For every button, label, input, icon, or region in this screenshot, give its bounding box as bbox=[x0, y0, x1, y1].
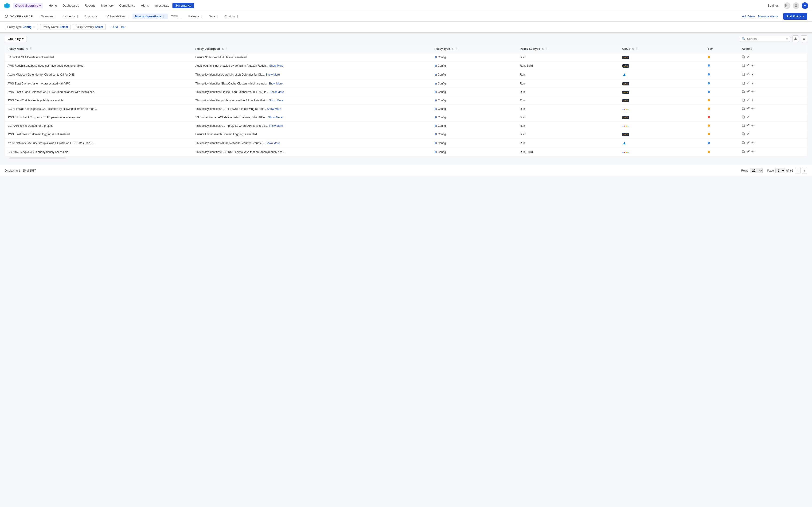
prev-page-button[interactable]: ‹ bbox=[795, 168, 801, 173]
cloud-sort[interactable]: ⇅ bbox=[632, 48, 634, 50]
col-policy-name[interactable]: Policy Name ⇅ ⠿ bbox=[5, 45, 193, 53]
show-more-link[interactable]: Show More bbox=[269, 99, 283, 102]
settings-action[interactable] bbox=[751, 81, 754, 86]
edit-action[interactable] bbox=[747, 90, 750, 94]
policy-name-sort[interactable]: ⇅ bbox=[26, 48, 28, 50]
settings-action[interactable] bbox=[751, 64, 754, 68]
horizontal-scrollbar[interactable] bbox=[9, 157, 66, 159]
policy-subtype-sort[interactable]: ⇅ bbox=[542, 48, 544, 50]
show-more-link[interactable]: Show More bbox=[268, 124, 283, 127]
show-more-link[interactable]: Show More bbox=[265, 73, 280, 76]
cloud-drag[interactable]: ⠿ bbox=[636, 47, 638, 50]
edit-action[interactable] bbox=[747, 115, 750, 119]
copy-action[interactable] bbox=[742, 132, 745, 136]
nav-dashboards[interactable]: Dashboards bbox=[60, 3, 81, 8]
subnav-misconfigurations[interactable]: Misconfigurations ⋮ bbox=[133, 14, 168, 19]
policy-name-drag[interactable]: ⠿ bbox=[30, 47, 32, 50]
edit-action[interactable] bbox=[747, 64, 750, 68]
page-number-select[interactable]: 1 bbox=[775, 168, 785, 173]
rows-per-page-select[interactable]: 25 50 100 bbox=[750, 168, 763, 173]
policy-type-close[interactable]: × bbox=[33, 25, 35, 29]
nav-compliance[interactable]: Compliance bbox=[117, 3, 138, 8]
policy-desc-sort[interactable]: ⇅ bbox=[222, 48, 224, 50]
copy-action[interactable] bbox=[742, 81, 745, 86]
edit-action[interactable] bbox=[747, 72, 750, 76]
copy-action[interactable] bbox=[742, 55, 745, 59]
copy-action[interactable] bbox=[742, 72, 745, 76]
copy-action[interactable] bbox=[742, 150, 745, 154]
edit-action[interactable] bbox=[747, 141, 750, 145]
policy-type-sort[interactable]: ⇅ bbox=[452, 48, 453, 50]
subnav-data[interactable]: Data ⋮ bbox=[206, 14, 221, 19]
app-logo[interactable] bbox=[4, 2, 10, 9]
edit-action[interactable] bbox=[747, 124, 750, 128]
policy-name-value[interactable]: Select bbox=[60, 25, 68, 29]
add-view-link[interactable]: Add View bbox=[742, 14, 755, 18]
table-scroll-area[interactable]: Policy Name ⇅ ⠿ Policy Description ⇅ ⠿ P… bbox=[5, 45, 807, 156]
edit-action[interactable] bbox=[747, 132, 750, 136]
subnav-exposure[interactable]: Exposure ⋮ bbox=[82, 14, 104, 19]
settings-action[interactable] bbox=[751, 141, 754, 145]
policy-severity-value[interactable]: Select bbox=[95, 25, 103, 29]
group-by-button[interactable]: Group By ▾ bbox=[5, 36, 27, 42]
col-policy-subtype[interactable]: Policy Subtype ⇅ ⠿ bbox=[517, 45, 619, 53]
show-more-link[interactable]: Show More bbox=[268, 82, 283, 85]
policy-subtype-drag[interactable]: ⠿ bbox=[545, 47, 548, 50]
edit-action[interactable] bbox=[747, 55, 750, 59]
settings-action[interactable] bbox=[751, 90, 754, 94]
subnav-incidents[interactable]: Incidents ⋮ bbox=[60, 14, 82, 19]
subnav-malware[interactable]: Malware ⋮ bbox=[185, 14, 206, 19]
col-sev[interactable]: Sev bbox=[705, 45, 739, 53]
show-more-link[interactable]: Show More bbox=[269, 64, 284, 67]
copy-action[interactable] bbox=[742, 141, 745, 145]
policy-desc-drag[interactable]: ⠿ bbox=[225, 47, 227, 50]
col-policy-type[interactable]: Policy Type ⇅ ⠿ bbox=[432, 45, 517, 53]
user-avatar[interactable] bbox=[793, 2, 799, 9]
nav-inventory[interactable]: Inventory bbox=[99, 3, 116, 8]
policy-type-value[interactable]: Config bbox=[22, 25, 32, 29]
nav-investigate[interactable]: Investigate bbox=[152, 3, 172, 8]
settings-action[interactable] bbox=[751, 72, 754, 76]
subnav-ciem[interactable]: CIEM ⋮ bbox=[168, 14, 185, 19]
settings-action[interactable] bbox=[751, 150, 754, 154]
next-page-button[interactable]: › bbox=[802, 168, 807, 173]
edit-action[interactable] bbox=[747, 150, 750, 154]
col-cloud[interactable]: Cloud ⇅ ⠿ bbox=[620, 45, 705, 53]
show-more-link[interactable]: Show More bbox=[268, 116, 283, 119]
settings-action[interactable] bbox=[751, 107, 754, 111]
subnav-overview[interactable]: Overview ⋮ bbox=[38, 14, 60, 19]
app-name[interactable]: Cloud Security ▾ bbox=[13, 3, 43, 8]
copy-action[interactable] bbox=[742, 98, 745, 102]
sparkle-icon-btn[interactable]: ✦ bbox=[802, 2, 808, 9]
nav-alerts[interactable]: Alerts bbox=[139, 3, 151, 8]
search-clear-icon[interactable]: × bbox=[786, 37, 788, 41]
nav-home[interactable]: Home bbox=[47, 3, 59, 8]
subnav-custom[interactable]: Custom ⋮ bbox=[222, 14, 242, 19]
col-policy-desc[interactable]: Policy Description ⇅ ⠿ bbox=[193, 45, 432, 53]
show-more-link[interactable]: Show More bbox=[267, 107, 281, 111]
nav-governance[interactable]: Governance bbox=[172, 3, 194, 8]
show-more-link[interactable]: Show More bbox=[270, 91, 284, 94]
search-input[interactable] bbox=[747, 37, 784, 41]
copy-action[interactable] bbox=[742, 124, 745, 128]
subnav-vulnerabilities[interactable]: Vulnerabilities ⋮ bbox=[104, 14, 132, 19]
add-policy-button[interactable]: Add Policy ▾ bbox=[783, 13, 807, 20]
nav-reports[interactable]: Reports bbox=[83, 3, 98, 8]
add-filter-btn[interactable]: + Add Filter bbox=[108, 24, 128, 30]
settings-link[interactable]: Settings bbox=[768, 4, 779, 7]
policy-type-drag[interactable]: ⠿ bbox=[455, 47, 457, 50]
settings-action[interactable] bbox=[751, 98, 754, 102]
copy-action[interactable] bbox=[742, 64, 745, 68]
copy-action[interactable] bbox=[742, 107, 745, 111]
download-button[interactable] bbox=[792, 36, 799, 42]
copy-action[interactable] bbox=[742, 115, 745, 119]
copy-action[interactable] bbox=[742, 90, 745, 94]
settings-action[interactable] bbox=[751, 124, 754, 128]
show-more-link[interactable]: Show More bbox=[266, 142, 280, 145]
manage-views-link[interactable]: Manage Views bbox=[758, 14, 778, 18]
columns-button[interactable] bbox=[801, 36, 807, 42]
edit-action[interactable] bbox=[747, 81, 750, 86]
edit-action[interactable] bbox=[747, 98, 750, 102]
book-icon-btn[interactable] bbox=[784, 2, 791, 9]
edit-action[interactable] bbox=[747, 107, 750, 111]
